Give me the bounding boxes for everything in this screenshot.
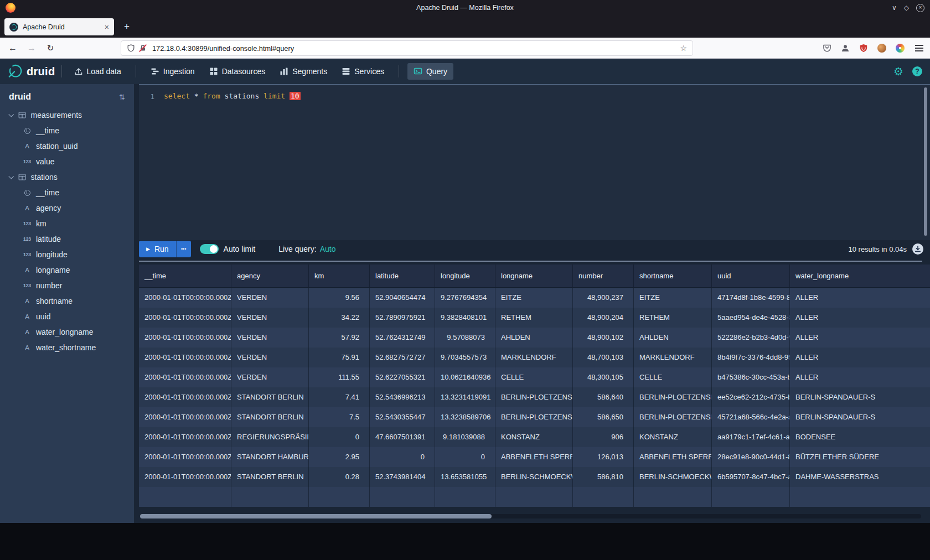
table-cell[interactable]: BERLIN-PLOETZENSEE U (634, 407, 712, 427)
table-cell[interactable]: RETHEM (495, 308, 573, 328)
chevron-down-icon[interactable] (9, 111, 14, 116)
tree-column-uuid[interactable]: Auuid (0, 309, 134, 324)
table-cell[interactable]: 9.181039088 (435, 427, 495, 447)
nav-services[interactable]: Services (335, 63, 390, 80)
table-cell[interactable]: 9.3828408101 (435, 308, 495, 328)
column-header-water_longname[interactable]: water_longname (790, 265, 930, 288)
table-cell[interactable]: AHLDEN (495, 328, 573, 348)
tree-column-number[interactable]: 123number (0, 278, 134, 293)
column-header-longname[interactable]: longname (495, 265, 573, 288)
table-cell[interactable]: b475386c-30cc-453a-b3 (712, 367, 790, 387)
table-cell[interactable]: DAHME-WASSERSTRAS (790, 467, 930, 487)
tracking-shield-icon[interactable] (127, 44, 135, 53)
table-cell[interactable]: 52.7624312749 (370, 328, 435, 348)
table-cell[interactable]: 2000-01-01T00:00:00.000Z (139, 427, 231, 447)
table-cell[interactable]: ee52ce62-212c-4735-b4 (712, 387, 790, 407)
column-header-km[interactable]: km (309, 265, 370, 288)
help-icon[interactable]: ? (912, 66, 922, 76)
table-cell[interactable]: BERLIN-SCHMOECKWITZ (634, 467, 712, 487)
table-cell[interactable]: CELLE (495, 367, 573, 387)
table-cell[interactable]: 52.6827572727 (370, 348, 435, 367)
forward-button[interactable]: → (23, 38, 40, 59)
table-cell[interactable]: 7.41 (309, 387, 370, 407)
back-button[interactable]: ← (4, 38, 21, 59)
table-cell[interactable]: ALLER (790, 328, 930, 348)
tree-column-shortname[interactable]: Ashortname (0, 293, 134, 309)
table-cell[interactable]: STANDORT BERLIN (231, 387, 309, 407)
column-header-number[interactable]: number (573, 265, 634, 288)
nav-segments[interactable]: Segments (273, 63, 333, 80)
auto-limit-toggle[interactable] (200, 244, 219, 254)
tree-column-value[interactable]: 123value (0, 154, 134, 169)
table-cell[interactable]: 57.92 (309, 328, 370, 348)
table-cell[interactable]: 0.28 (309, 467, 370, 487)
tree-table-stations[interactable]: stations (0, 169, 134, 185)
tree-column-water_longname[interactable]: Awater_longname (0, 324, 134, 340)
table-cell[interactable]: 2000-01-01T00:00:00.000Z (139, 288, 231, 308)
table-cell[interactable]: BERLIN-PLOETZENSEE U (495, 407, 573, 427)
url-bar[interactable]: 172.18.0.4:30899/unified-console.html#qu… (121, 40, 693, 56)
table-cell[interactable]: 13.3231419091 (435, 387, 495, 407)
table-cell[interactable]: VERDEN (231, 308, 309, 328)
table-cell[interactable]: BERLIN-PLOETZENSEE C (495, 387, 573, 407)
pocket-icon[interactable] (823, 44, 831, 53)
table-cell[interactable]: 6b595707-8c47-4bc7-a8 (712, 467, 790, 487)
table-cell[interactable]: CELLE (634, 367, 712, 387)
table-cell[interactable]: 13.3238589706 (435, 407, 495, 427)
horizontal-scrollbar[interactable] (140, 514, 921, 518)
table-cell[interactable]: 9.56 (309, 288, 370, 308)
table-cell[interactable]: EITZE (495, 288, 573, 308)
download-icon[interactable] (912, 243, 923, 255)
run-button[interactable]: ▶ Run (139, 241, 176, 257)
insecure-lock-icon[interactable] (138, 44, 147, 53)
table-cell[interactable]: 586,640 (573, 387, 634, 407)
sql-code-line[interactable]: select * from stations limit 10 (164, 91, 301, 101)
tree-column-station_uuid[interactable]: Astation_uuid (0, 138, 134, 154)
table-cell[interactable]: 28ec91e8-90c0-44d1-8f (712, 447, 790, 467)
table-cell[interactable]: ALLER (790, 308, 930, 328)
table-cell[interactable]: ABBENFLETH SPERRWEI (495, 447, 573, 467)
ublock-origin-icon[interactable] (859, 44, 868, 53)
table-cell[interactable]: 2000-01-01T00:00:00.000Z (139, 328, 231, 348)
table-cell[interactable]: BODENSEE (790, 427, 930, 447)
table-cell[interactable]: 126,013 (573, 447, 634, 467)
table-cell[interactable]: 9.2767694354 (435, 288, 495, 308)
table-cell[interactable]: 5aaed954-de4e-4528-8f (712, 308, 790, 328)
nav-load-data[interactable]: Load data (68, 63, 127, 80)
table-cell[interactable]: 52.9040654474 (370, 288, 435, 308)
table-cell[interactable]: RETHEM (634, 308, 712, 328)
table-cell[interactable]: 52.3743981404 (370, 467, 435, 487)
druid-brand[interactable]: druid (8, 64, 55, 79)
table-cell[interactable]: STANDORT HAMBURG (231, 447, 309, 467)
tree-column-longitude[interactable]: 123longitude (0, 247, 134, 262)
table-cell[interactable]: 10.0621640936 (435, 367, 495, 387)
table-cell[interactable]: BERLIN-SPANDAUER-S (790, 387, 930, 407)
table-cell[interactable]: REGIERUNGSPRÄSIDIUM (231, 427, 309, 447)
tree-column-water_shortname[interactable]: Awater_shortname (0, 340, 134, 355)
window-close-button[interactable]: × (916, 4, 924, 12)
table-cell[interactable]: EITZE (634, 288, 712, 308)
table-cell[interactable]: VERDEN (231, 288, 309, 308)
reload-button[interactable]: ↻ (42, 38, 59, 59)
table-cell[interactable]: BERLIN-SPANDAUER-S (790, 407, 930, 427)
table-cell[interactable]: 48,700,103 (573, 348, 634, 367)
tree-column-longname[interactable]: Alongname (0, 262, 134, 278)
privacy-badger-icon[interactable] (877, 44, 886, 53)
table-cell[interactable]: 2000-01-01T00:00:00.000Z (139, 467, 231, 487)
table-cell[interactable]: VERDEN (231, 367, 309, 387)
sort-icon[interactable]: ⇅ (119, 93, 125, 101)
table-cell[interactable]: 47174d8f-1b8e-4599-8a (712, 288, 790, 308)
table-cell[interactable]: 52.5430355447 (370, 407, 435, 427)
table-cell[interactable]: 7.5 (309, 407, 370, 427)
table-cell[interactable]: 48,900,204 (573, 308, 634, 328)
table-cell[interactable]: 522286e2-b2b3-4d0d-9a (712, 328, 790, 348)
table-cell[interactable]: 586,650 (573, 407, 634, 427)
settings-gear-icon[interactable]: ⚙ (893, 66, 903, 77)
table-cell[interactable]: 2000-01-01T00:00:00.000Z (139, 387, 231, 407)
table-cell[interactable]: ALLER (790, 367, 930, 387)
table-cell[interactable]: 0 (370, 447, 435, 467)
table-cell[interactable]: 0 (435, 447, 495, 467)
window-titlebar[interactable]: Apache Druid — Mozilla Firefox ∨ ◇ × (0, 0, 930, 15)
chevron-down-icon[interactable] (9, 173, 14, 178)
table-cell[interactable]: 2.95 (309, 447, 370, 467)
